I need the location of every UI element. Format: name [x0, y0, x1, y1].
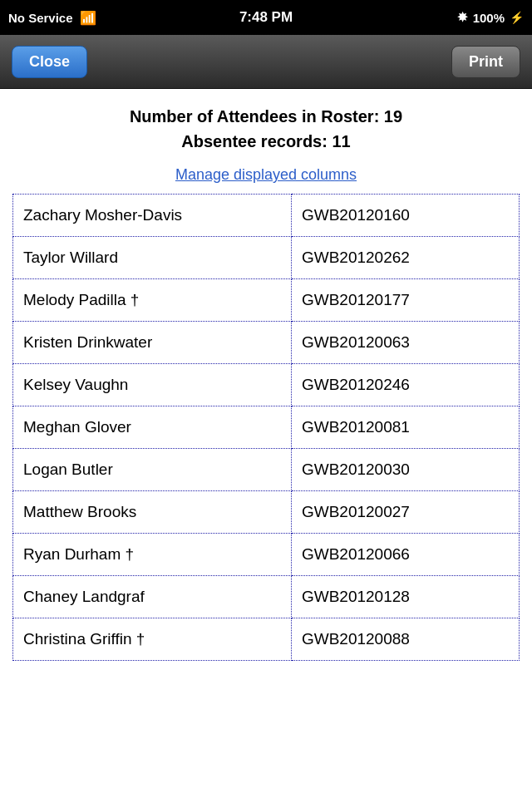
table-row[interactable]: Ryan Durham †GWB20120066 — [13, 534, 520, 576]
attendee-id: GWB20120246 — [291, 364, 519, 406]
attendee-id: GWB20120160 — [291, 195, 519, 237]
table-row[interactable]: Zachary Mosher-DavisGWB20120160 — [13, 195, 520, 237]
table-row[interactable]: Matthew BrooksGWB20120027 — [13, 491, 520, 534]
attendee-name: Ryan Durham † — [13, 534, 292, 576]
absentee-line: Absentee records: 11 — [8, 129, 524, 154]
table-row[interactable]: Kristen DrinkwaterGWB20120063 — [13, 322, 520, 364]
attendee-id: GWB20120128 — [291, 576, 519, 618]
attendee-name: Zachary Mosher-Davis — [13, 195, 292, 237]
attendee-id: GWB20120063 — [291, 322, 519, 364]
battery-icon: ⚡ — [510, 11, 524, 24]
attendee-name: Melody Padilla † — [13, 279, 292, 322]
manage-link-container[interactable]: Manage displayed columns — [0, 162, 532, 194]
attendee-name: Meghan Glover — [13, 406, 292, 449]
status-time: 7:48 PM — [239, 9, 293, 26]
table-row[interactable]: Chaney LandgrafGWB20120128 — [13, 576, 520, 618]
table-row[interactable]: Christina Griffin †GWB20120088 — [13, 618, 520, 661]
attendee-id: GWB20120027 — [291, 491, 519, 534]
attendee-id: GWB20120081 — [291, 406, 519, 449]
attendee-name: Kelsey Vaughn — [13, 364, 292, 406]
attendee-name: Chaney Landgraf — [13, 576, 292, 618]
table-row[interactable]: Taylor WillardGWB20120262 — [13, 237, 520, 279]
attendee-name: Matthew Brooks — [13, 491, 292, 534]
attendees-line: Number of Attendees in Roster: 19 — [8, 104, 524, 129]
close-button[interactable]: Close — [12, 46, 87, 78]
battery-percent: 100% — [473, 11, 505, 25]
status-bar: No Service 📶 7:48 PM ✸ 100% ⚡ — [0, 0, 532, 35]
table-row[interactable]: Kelsey VaughnGWB20120246 — [13, 364, 520, 406]
status-left: No Service 📶 — [8, 10, 96, 26]
attendee-id: GWB20120088 — [291, 618, 519, 661]
print-button[interactable]: Print — [451, 46, 520, 78]
carrier-text: No Service — [8, 11, 73, 25]
table-row[interactable]: Logan ButlerGWB20120030 — [13, 449, 520, 491]
bluetooth-icon: ✸ — [457, 10, 468, 25]
attendee-name: Kristen Drinkwater — [13, 322, 292, 364]
roster-body: Zachary Mosher-DavisGWB20120160Taylor Wi… — [13, 195, 520, 661]
attendee-id: GWB20120262 — [291, 237, 519, 279]
table-row[interactable]: Meghan GloverGWB20120081 — [13, 406, 520, 449]
status-right: ✸ 100% ⚡ — [457, 10, 524, 25]
attendee-name: Logan Butler — [13, 449, 292, 491]
attendee-id: GWB20120177 — [291, 279, 519, 322]
roster-table: Zachary Mosher-DavisGWB20120160Taylor Wi… — [12, 194, 520, 661]
attendee-name: Christina Griffin † — [13, 618, 292, 661]
nav-bar: Close Print — [0, 35, 532, 89]
header-info: Number of Attendees in Roster: 19 Absent… — [0, 89, 532, 162]
content-area: Number of Attendees in Roster: 19 Absent… — [0, 89, 532, 798]
manage-columns-link[interactable]: Manage displayed columns — [175, 166, 357, 183]
table-row[interactable]: Melody Padilla †GWB20120177 — [13, 279, 520, 322]
attendee-id: GWB20120030 — [291, 449, 519, 491]
wifi-icon: 📶 — [80, 10, 96, 26]
attendee-id: GWB20120066 — [291, 534, 519, 576]
attendee-name: Taylor Willard — [13, 237, 292, 279]
